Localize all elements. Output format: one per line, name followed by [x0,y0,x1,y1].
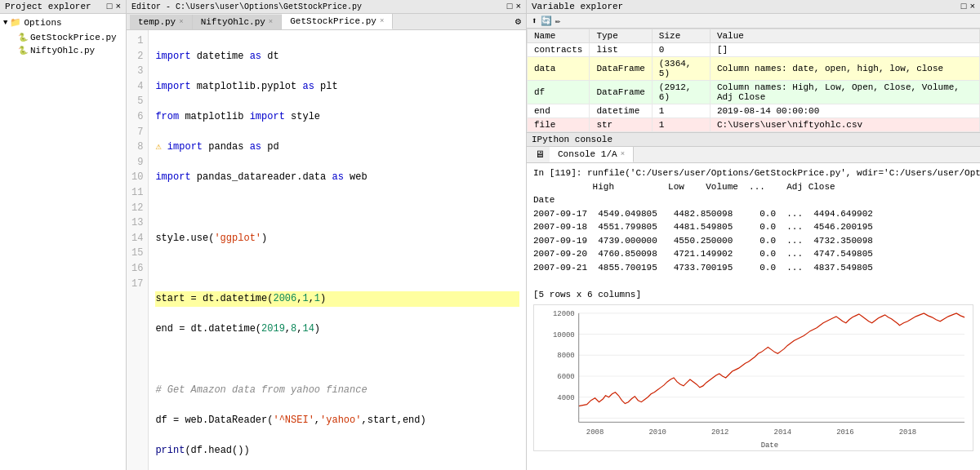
code-line-3: from matplotlib import style [155,109,519,125]
code-line-13: df = web.DataReader('^NSEI','yahoo',star… [155,413,519,428]
console-content[interactable]: In [119]: runfile('C:/Users/user/Options… [527,163,980,470]
var-toolbar-icon3[interactable]: ✏ [555,16,561,26]
svg-text:2010: 2010 [648,428,666,437]
code-line-10: end = dt.datetime(2019,8,14) [155,321,519,337]
var-type: DataFrame [590,81,652,104]
var-type: DataFrame [590,57,652,81]
console-tab-icon[interactable]: 🖥 [530,147,550,162]
table-row[interactable]: contracts list 0 [] [528,43,980,57]
folder-icon: 📁 [10,17,21,28]
chart-area: 12000 10000 8000 6000 4000 2008 2010 201… [533,304,973,451]
tab-getstockprice-py-close[interactable]: × [380,17,384,25]
editor-settings-icon[interactable]: ⚙ [515,16,521,28]
editor-title: Editor - C:\Users\user\Options\GetStockP… [131,2,362,11]
project-explorer-icons: □ × [107,2,121,11]
file-label-niftyohlc: NiftyOhlc.py [30,46,95,55]
table-row[interactable]: file str 1 C:\Users\user\niftyohlc.csv [528,118,980,132]
tree-root[interactable]: ▼ 📁 Options [0,14,126,31]
tab-niftyohlc-py-label: NiftyOhlc.py [201,17,265,27]
var-name: contracts [528,43,590,57]
variable-explorer: Variable explorer □ × ⬆ 🔄 ✏ Name Type Si… [527,0,980,133]
code-line-9: start = dt.datetime(2006,1,1) [155,291,519,307]
svg-text:10000: 10000 [553,331,575,339]
editor-close-icon[interactable]: × [515,2,521,11]
tab-temp-py-label: temp.py [138,17,176,27]
variable-explorer-title-bar: Variable explorer □ × [527,0,980,14]
folder-arrow-icon: ▼ [3,19,7,27]
code-line-7: style.use('ggplot') [155,231,519,246]
var-size: 0 [652,43,710,57]
var-value: C:\Users\user\niftyohlc.csv [710,118,979,132]
table-row[interactable]: data DataFrame (3364, 5) Column names: d… [528,57,980,81]
svg-text:12000: 12000 [553,310,575,318]
col-header-name: Name [528,29,590,43]
var-size: 1 [652,118,710,132]
minimize-icon[interactable]: □ [107,2,113,11]
variable-explorer-title: Variable explorer [532,2,623,11]
col-header-type: Type [590,29,652,43]
var-value: [] [710,43,979,57]
var-type: list [590,43,652,57]
var-value: 2019-08-14 00:00:00 [710,104,979,118]
svg-text:2012: 2012 [711,428,728,437]
project-explorer: Project explorer □ × ▼ 📁 Options 🐍 GetSt… [0,0,127,470]
col-header-value: Value [710,29,979,43]
console-panel: IPython console 🖥 Console 1/A × In [119]… [527,133,980,470]
tab-temp-py[interactable]: temp.py × [130,15,193,29]
editor-content: 12345 678910 1112131415 1617 import date… [127,30,526,470]
var-value: Column names: High, Low, Open, Close, Vo… [710,81,979,104]
svg-text:2008: 2008 [586,428,604,437]
console-tab-bar: 🖥 Console 1/A × [527,147,980,163]
var-name: file [528,118,590,132]
chart-svg: 12000 10000 8000 6000 4000 2008 2010 201… [534,305,973,450]
close-icon[interactable]: × [115,2,121,11]
tab-niftyohlc-py-close[interactable]: × [269,18,273,26]
console-tab-close[interactable]: × [621,150,625,158]
console-output: High Low Volume ... Adj Close Date 2007-… [533,180,973,302]
py-file-icon: 🐍 [18,33,28,42]
svg-text:Date: Date [761,441,778,450]
file-label-getstockprice: GetStockPrice.py [30,33,117,42]
root-folder-label: Options [24,18,61,28]
var-name: end [528,104,590,118]
var-toolbar-icon1[interactable]: ⬆ [532,16,537,26]
code-line-11 [155,352,519,367]
right-panel: Variable explorer □ × ⬆ 🔄 ✏ Name Type Si… [527,0,980,470]
file-item-getstockprice[interactable]: 🐍 GetStockPrice.py [13,31,126,44]
svg-text:2014: 2014 [774,428,791,437]
svg-text:6000: 6000 [557,373,574,381]
var-explorer-close[interactable]: × [969,2,975,11]
var-name: df [528,81,590,104]
var-explorer-minimize[interactable]: □ [961,2,967,11]
editor-title-bar: Editor - C:\Users\user\Options\GetStockP… [127,0,526,14]
code-line-6 [155,201,519,216]
var-type: str [590,118,652,132]
tab-getstockprice-py-label: GetStockPrice.py [290,16,376,26]
table-row[interactable]: df DataFrame (2912, 6) Column names: Hig… [528,81,980,104]
svg-text:4000: 4000 [557,394,574,402]
var-type: datetime [590,104,652,118]
var-toolbar-icon2[interactable]: 🔄 [541,16,552,26]
code-line-2: import matplotlib.pyplot as plt [155,79,519,95]
var-value: Column names: date, open, high, low, clo… [710,57,979,81]
table-row[interactable]: end datetime 1 2019-08-14 00:00:00 [528,104,980,118]
console-command: In [119]: runfile('C:/Users/user/Options… [533,166,973,180]
col-header-size: Size [652,29,710,43]
code-area[interactable]: import datetime as dt import matplotlib.… [149,30,526,470]
editor-minimize-icon[interactable]: □ [507,2,513,11]
var-size: 1 [652,104,710,118]
console-tab-1a[interactable]: Console 1/A × [550,147,634,162]
svg-text:2018: 2018 [899,428,916,437]
line-numbers: 12345 678910 1112131415 1617 [127,30,149,470]
tab-temp-py-close[interactable]: × [179,18,183,26]
file-item-niftyohlc[interactable]: 🐍 NiftyOhlc.py [13,44,126,57]
code-line-8 [155,261,519,277]
tab-niftyohlc-py[interactable]: NiftyOhlc.py × [193,15,283,29]
svg-text:8000: 8000 [557,352,574,360]
var-name: data [528,57,590,81]
tab-getstockprice-py[interactable]: GetStockPrice.py × [282,14,393,29]
tree-indent: 🐍 GetStockPrice.py 🐍 NiftyOhlc.py [0,31,126,57]
var-size: (3364, 5) [652,57,710,81]
variable-explorer-toolbar: ⬆ 🔄 ✏ [527,14,980,29]
console-title: IPython console [532,135,612,144]
